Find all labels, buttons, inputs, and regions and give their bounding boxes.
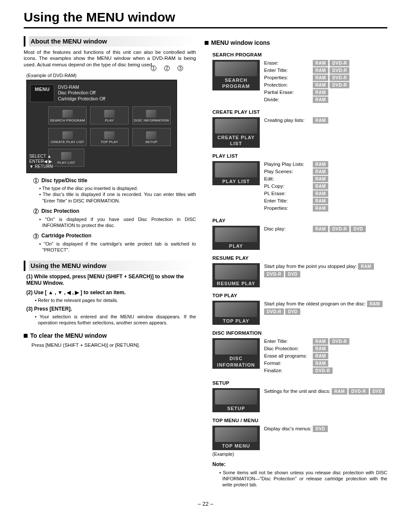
format-badge: DVD-R — [264, 271, 284, 277]
tile-top-play: TOP PLAY — [90, 128, 128, 146]
format-badge: RAM — [313, 168, 328, 175]
callout-2: 2 — [164, 65, 170, 71]
step: (1) While stopped, press [MENU (SHIFT + … — [26, 274, 196, 287]
format-badge: RAM — [313, 161, 328, 168]
format-badge: DVD — [351, 226, 366, 232]
format-badge: RAM — [313, 67, 328, 74]
format-badge: DVD-R — [330, 338, 349, 345]
feature-line: Properties:RAMDVD-R — [264, 75, 387, 81]
feature-label: Finalize: — [264, 367, 311, 374]
icons-header: MENU window icons — [211, 39, 270, 47]
tile-create-play-list: CREATE PLAY LIST — [48, 128, 87, 146]
thumbnail-label: PLAY — [213, 243, 259, 249]
thumbnail-label: CREATE PLAY LIST — [213, 134, 259, 147]
square-bullet-icon — [205, 41, 209, 45]
format-badge: RAM — [313, 60, 328, 66]
feature-line: Disc play:RAMDVD-RDVD — [264, 226, 387, 232]
icon-thumbnail: PLAY — [212, 226, 260, 250]
circled-number-icon: 2 — [33, 208, 39, 214]
step: (3) Press [ENTER]. — [26, 306, 196, 313]
feature-line: Protection:RAMDVD-R — [264, 82, 387, 88]
group-title: RESUME PLAY — [212, 255, 387, 261]
feature-line: Edit:RAM — [264, 176, 387, 182]
group-title: PLAY — [212, 218, 387, 224]
definition-bullet: The disc's title is displayed if one is … — [39, 191, 196, 204]
format-badge: RAM — [313, 345, 328, 352]
feature-label: Protection: — [264, 82, 311, 88]
format-badge: RAM — [313, 89, 328, 96]
tile-disc-information: DISC INFORMATION — [132, 106, 171, 124]
thumbnail-label: TOP PLAY — [213, 318, 259, 324]
feature-label: Creating play lists: — [264, 117, 311, 124]
format-badge: DVD-R — [313, 367, 333, 374]
using-header: Using the MENU window — [24, 261, 196, 271]
page-number: – 22 – — [24, 501, 387, 508]
circled-number-icon: 1 — [33, 178, 39, 184]
menu-info-disc-type: DVD-RAM — [58, 84, 105, 90]
feature-line: Start play from the oldest program on th… — [264, 301, 387, 315]
about-header: About the MENU window — [24, 36, 196, 47]
feature-line: Enter Title:RAMDVD-R — [264, 67, 387, 74]
format-badge: RAM — [358, 263, 374, 270]
feature-label: Display disc's menus: — [264, 426, 311, 432]
feature-label: Erase all programs: — [264, 353, 311, 359]
feature-label: Playing Play Lists: — [264, 161, 311, 168]
thumbnail-example-note: (Example) — [212, 451, 260, 457]
thumbnail-label: SEARCH PROGRAM — [213, 77, 259, 90]
icon-thumbnail: PLAY LIST — [212, 161, 260, 185]
format-badge: DVD — [285, 271, 300, 277]
format-badge: DVD-R — [330, 67, 349, 74]
square-bullet-icon — [24, 334, 28, 338]
feature-label: Play Scenes: — [264, 168, 311, 175]
format-badge: RAM — [313, 226, 328, 232]
note-head: Note: — [212, 461, 387, 468]
format-badge: RAM — [313, 176, 328, 182]
group-title: TOP MENU / MENU — [212, 417, 387, 424]
step: (2) Use [ ▲ , ▼ , ◀ , ▶ ] to select an i… — [26, 289, 196, 296]
icon-thumbnail: DISC INFORMATION — [212, 338, 260, 369]
format-badge: DVD-R — [330, 82, 349, 88]
menu-select-label: SELECT — [29, 154, 46, 159]
format-badge: RAM — [313, 205, 328, 212]
feature-line: PL Copy:RAM — [264, 183, 387, 190]
feature-label: PL Copy: — [264, 183, 311, 190]
feature-line: Partial Erase:RAM — [264, 89, 387, 96]
feature-line: Enter Title:RAM — [264, 198, 387, 204]
format-badge: DVD — [313, 426, 328, 432]
feature-line: Enter Title:RAMDVD-R — [264, 338, 387, 345]
feature-line: PL Erase:RAM — [264, 190, 387, 197]
format-badge: DVD-R — [330, 226, 349, 232]
format-badge: DVD-R — [349, 388, 368, 395]
group-title: CREATE PLAY LIST — [212, 109, 387, 115]
icon-thumbnail: TOP MENU — [212, 426, 260, 450]
feature-label: Start play from the oldest program on th… — [264, 301, 366, 307]
feature-line: Playing Play Lists:RAM — [264, 161, 387, 168]
format-badge: RAM — [313, 96, 328, 103]
left-column: About the MENU window Most of the featur… — [24, 36, 196, 488]
feature-label: Start play from the point you stopped pl… — [264, 263, 357, 270]
feature-label: Edit: — [264, 176, 311, 182]
definition-item: 2Disc Protection"On" is displayed if you… — [33, 208, 196, 228]
feature-line: Format:RAM — [264, 360, 387, 367]
step-sub-bullet: Your selection is entered and the MENU w… — [35, 314, 196, 326]
definition-head: Cartridge Protection — [41, 233, 91, 240]
format-badge: RAM — [367, 301, 383, 307]
feature-line: Creating play lists:RAM — [264, 117, 387, 124]
icon-thumbnail: SEARCH PROGRAM — [212, 60, 260, 90]
tile-play-list: PLAY LIST — [48, 149, 84, 167]
definition-bullet: The type of the disc you inserted is dis… — [39, 185, 196, 191]
feature-line: Disc Protection:RAM — [264, 345, 387, 352]
format-badge: RAM — [313, 338, 328, 345]
definition-bullet: "On" is displayed if you have used Disc … — [39, 216, 196, 229]
definition-item: 1Disc type/Disc titleThe type of the dis… — [33, 177, 196, 204]
format-badge: RAM — [313, 190, 328, 197]
group-title: SEARCH PROGRAM — [212, 52, 387, 58]
feature-label: Disc play: — [264, 226, 311, 232]
thumbnail-label: SETUP — [213, 405, 259, 411]
circled-number-icon: 3 — [33, 233, 39, 239]
icon-thumbnail: SETUP — [212, 388, 260, 412]
feature-label: Settings for the unit and discs: — [264, 388, 330, 395]
format-badge: DVD-R — [264, 308, 284, 315]
feature-label: Erase: — [264, 60, 311, 66]
feature-line: Erase:RAMDVD-R — [264, 60, 387, 66]
